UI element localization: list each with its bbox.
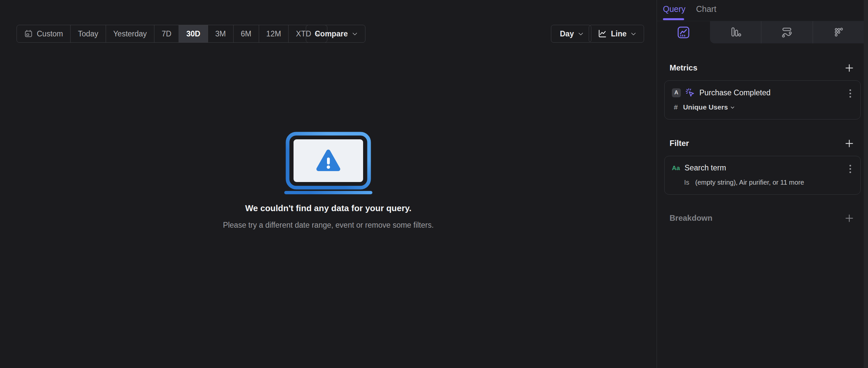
insights-chart-icon [677,26,690,39]
filter-card[interactable]: Aa Search term Is (empty string), Air pu… [664,156,861,195]
add-breakdown-button[interactable] [844,213,854,223]
breakdown-section-header: Breakdown [657,213,864,223]
date-range-12m[interactable]: 12M [259,25,288,42]
filter-options-kebab-icon[interactable] [848,165,852,175]
filter-property-name[interactable]: Search term [684,164,726,172]
date-range-7d[interactable]: 7D [154,25,179,42]
aggregation-dropdown[interactable]: Unique Users [683,103,734,111]
chart-style-dropdown[interactable]: Line [589,25,644,43]
date-range-segmented-control: Custom Today Yesterday 7D 30D 3M 6M 12M … [17,25,327,43]
date-range-custom[interactable]: Custom [17,25,70,42]
metric-letter-badge: A [672,88,681,97]
metric-row: A Purchase Completed [672,88,851,97]
event-click-icon [685,88,695,97]
report-type-funnels[interactable] [710,21,761,43]
empty-state-title: We couldn't find any data for your query… [0,203,657,213]
date-range-3m[interactable]: 3M [208,25,233,42]
flows-icon [780,26,794,39]
vertical-bars-icon [729,26,742,39]
chevron-down-icon [579,30,583,35]
empty-state-subtitle: Please try a different date range, event… [0,221,657,230]
laptop-warning-illustration [284,132,373,195]
filter-section-header: Filter [657,138,864,148]
chevron-down-icon [731,105,734,108]
date-range-6m[interactable]: 6M [233,25,259,42]
hash-icon: # [674,103,678,111]
report-type-insights[interactable] [657,21,710,43]
metric-event-name[interactable]: Purchase Completed [700,88,771,97]
metrics-section-header: Metrics [657,63,864,73]
empty-state: We couldn't find any data for your query… [0,132,657,230]
tab-query[interactable]: Query [663,4,685,14]
sidebar-scrollbar[interactable] [864,0,868,368]
string-property-icon: Aa [672,165,680,172]
main-canvas: Custom Today Yesterday 7D 30D 3M 6M 12M … [0,0,657,368]
chevron-down-icon [352,30,357,35]
filter-condition-row: Is (empty string), Air purifier, or 11 m… [672,179,851,186]
line-chart-icon [598,29,607,38]
active-tab-underline [663,18,684,20]
date-range-today[interactable]: Today [70,25,105,42]
retention-dots-icon [832,26,845,39]
report-type-strip [657,21,864,43]
date-range-label: Custom [37,29,63,38]
report-type-group [710,21,864,43]
report-type-retention[interactable] [813,21,864,43]
filter-heading: Filter [670,139,689,148]
add-filter-button[interactable] [844,138,854,148]
calendar-icon [24,29,33,38]
date-range-30d[interactable]: 30D [179,25,207,42]
tab-chart[interactable]: Chart [696,4,716,14]
metric-card[interactable]: A Purchase Completed # Unique Users [664,80,861,120]
breakdown-heading: Breakdown [670,213,712,223]
compare-button[interactable]: Compare [306,25,365,43]
metrics-heading: Metrics [670,63,698,72]
filter-operator[interactable]: Is [684,179,689,186]
report-type-flows[interactable] [761,21,812,43]
filter-row: Aa Search term [672,164,851,172]
date-range-yesterday[interactable]: Yesterday [106,25,154,42]
metric-aggregation-row: # Unique Users [672,103,851,111]
granularity-dropdown[interactable]: Day [551,25,591,43]
query-builder-panel: Query Chart [657,0,868,368]
date-toolbar: Custom Today Yesterday 7D 30D 3M 6M 12M … [17,25,327,43]
query-sections: Metrics A Purchase Completed # [657,43,864,223]
filter-values[interactable]: (empty string), Air purifier, or 11 more [695,179,804,186]
panel-tabs: Query Chart [657,0,868,21]
add-metric-button[interactable] [844,63,854,73]
metric-options-kebab-icon[interactable] [848,89,852,100]
chevron-down-icon [631,30,636,35]
